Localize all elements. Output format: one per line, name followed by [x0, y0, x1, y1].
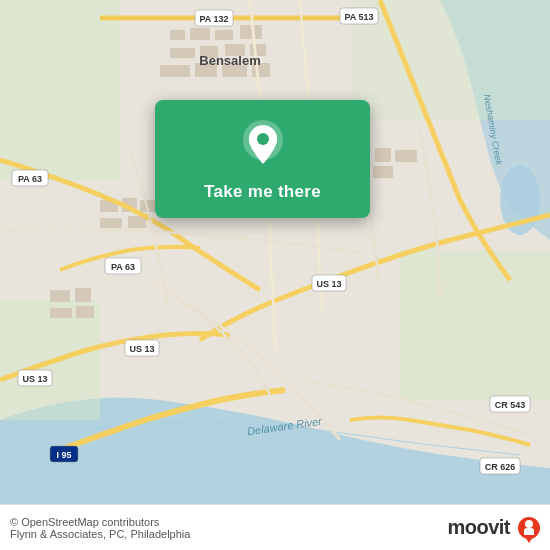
svg-text:PA 132: PA 132 — [199, 14, 228, 24]
svg-rect-5 — [170, 30, 185, 40]
moovit-branding: moovit — [447, 516, 540, 539]
svg-text:PA 63: PA 63 — [111, 262, 135, 272]
svg-rect-24 — [50, 308, 72, 318]
svg-rect-22 — [50, 290, 70, 302]
map-container: PA 132 PA 513 PA 63 PA 63 US 13 US 13 US… — [0, 0, 550, 550]
svg-rect-27 — [375, 148, 391, 162]
location-text: Flynn & Associates, PC, Philadelphia — [10, 528, 190, 540]
svg-rect-20 — [100, 218, 122, 228]
svg-text:CR 626: CR 626 — [485, 462, 516, 472]
svg-rect-30 — [373, 166, 393, 178]
svg-text:PA 513: PA 513 — [344, 12, 373, 22]
svg-rect-2 — [400, 250, 550, 400]
moovit-person-shape — [525, 520, 533, 528]
svg-text:US 13: US 13 — [129, 344, 154, 354]
osm-attribution: © OpenStreetMap contributors — [10, 516, 190, 528]
moovit-logo-icon — [518, 517, 540, 539]
svg-rect-1 — [0, 0, 120, 180]
svg-rect-9 — [170, 48, 195, 58]
attribution-bar: © OpenStreetMap contributors Flynn & Ass… — [0, 504, 550, 550]
map-svg: PA 132 PA 513 PA 63 PA 63 US 13 US 13 US… — [0, 0, 550, 550]
attribution-text: © OpenStreetMap contributors Flynn & Ass… — [10, 516, 190, 540]
svg-text:CR 543: CR 543 — [495, 400, 526, 410]
svg-rect-6 — [190, 28, 210, 40]
svg-rect-28 — [395, 150, 417, 162]
moovit-wordmark: moovit — [447, 516, 510, 539]
svg-point-59 — [257, 133, 269, 145]
moovit-body-shape — [524, 528, 534, 535]
info-card: Take me there — [155, 100, 370, 218]
svg-text:Bensalem: Bensalem — [199, 53, 260, 68]
svg-rect-23 — [75, 288, 91, 302]
location-pin-icon — [237, 118, 289, 170]
svg-text:US 13: US 13 — [22, 374, 47, 384]
svg-text:US 13: US 13 — [316, 279, 341, 289]
svg-rect-4 — [350, 0, 550, 120]
take-me-there-button[interactable]: Take me there — [204, 182, 321, 202]
svg-text:I 95: I 95 — [56, 450, 71, 460]
svg-rect-7 — [215, 30, 233, 40]
svg-rect-25 — [76, 306, 94, 318]
svg-rect-13 — [160, 65, 190, 77]
moovit-pin-shape — [525, 537, 533, 543]
svg-rect-8 — [240, 25, 262, 39]
svg-text:PA 63: PA 63 — [18, 174, 42, 184]
